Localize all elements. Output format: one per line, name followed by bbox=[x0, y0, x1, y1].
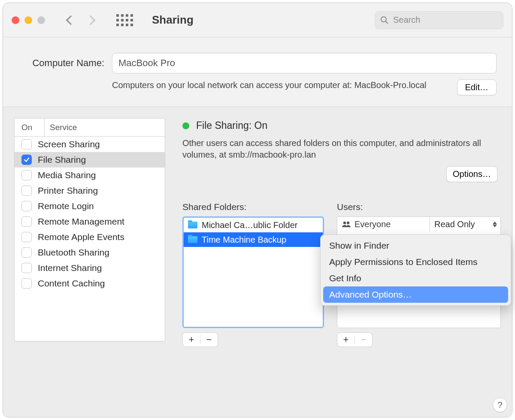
service-row[interactable]: Remote Management bbox=[15, 214, 165, 229]
shared-folder-row[interactable]: Michael Ca…ublic Folder bbox=[184, 218, 323, 232]
user-row[interactable]: EveryoneRead Only bbox=[337, 217, 500, 231]
shared-folder-name: Time Machine Backup bbox=[202, 235, 286, 245]
services-header-service: Service bbox=[45, 123, 77, 132]
service-label: Remote Login bbox=[38, 201, 94, 211]
service-label: Bluetooth Sharing bbox=[38, 247, 109, 258]
service-row[interactable]: Printer Sharing bbox=[15, 183, 165, 198]
service-label: Media Sharing bbox=[38, 170, 96, 180]
shared-folders-list[interactable]: Michael Ca…ublic FolderTime Machine Back… bbox=[182, 216, 324, 328]
services-list[interactable]: On Service Screen SharingFile SharingMed… bbox=[14, 118, 165, 341]
permission-select[interactable]: Read Only bbox=[430, 217, 500, 231]
service-checkbox[interactable] bbox=[21, 247, 32, 258]
service-label: Screen Sharing bbox=[38, 139, 100, 149]
service-checkbox[interactable] bbox=[21, 170, 32, 180]
show-all-prefs-button[interactable] bbox=[116, 14, 133, 26]
service-checkbox[interactable] bbox=[21, 201, 32, 211]
service-checkbox[interactable] bbox=[21, 232, 32, 242]
service-label: Remote Management bbox=[38, 216, 124, 227]
folder-icon bbox=[188, 222, 197, 228]
service-checkbox[interactable] bbox=[21, 216, 32, 227]
pane-title: Sharing bbox=[152, 13, 194, 27]
service-checkbox[interactable] bbox=[21, 139, 32, 149]
stepper-icon bbox=[493, 222, 497, 227]
context-menu-item[interactable]: Show in Finder bbox=[323, 237, 508, 254]
nav-buttons bbox=[67, 17, 94, 24]
service-row[interactable]: Bluetooth Sharing bbox=[15, 245, 165, 260]
service-label: Remote Apple Events bbox=[38, 232, 124, 242]
options-button[interactable]: Options… bbox=[446, 166, 497, 182]
users-label: Users: bbox=[337, 202, 501, 212]
minimize-window-button[interactable] bbox=[24, 16, 32, 24]
remove-user-button[interactable]: − bbox=[355, 333, 372, 347]
service-row[interactable]: Screen Sharing bbox=[15, 137, 165, 152]
svg-point-0 bbox=[381, 17, 386, 22]
status-description: Other users can access shared folders on… bbox=[182, 137, 500, 161]
shared-folder-name: Michael Ca…ublic Folder bbox=[202, 220, 297, 230]
service-label: Internet Sharing bbox=[38, 263, 102, 273]
service-row[interactable]: Media Sharing bbox=[15, 167, 165, 183]
folder-icon bbox=[188, 236, 197, 243]
shared-folders-add-remove: + − bbox=[182, 332, 218, 347]
service-row[interactable]: Remote Login bbox=[15, 198, 165, 214]
edit-hostname-button[interactable]: Edit… bbox=[457, 79, 497, 95]
service-checkbox[interactable] bbox=[21, 186, 32, 196]
computer-name-input[interactable] bbox=[112, 53, 497, 73]
close-window-button[interactable] bbox=[12, 16, 19, 24]
add-folder-button[interactable]: + bbox=[183, 333, 200, 347]
services-header-on: On bbox=[15, 119, 45, 136]
svg-point-2 bbox=[343, 222, 346, 224]
context-menu-item[interactable]: Get Info bbox=[323, 270, 508, 286]
service-label: Content Caching bbox=[38, 278, 105, 289]
users-add-remove: + − bbox=[337, 332, 373, 347]
service-row[interactable]: Internet Sharing bbox=[15, 260, 165, 276]
service-checkbox[interactable] bbox=[21, 155, 32, 165]
computer-name-description: Computers on your local network can acce… bbox=[112, 79, 449, 91]
services-header: On Service bbox=[15, 119, 165, 137]
service-label: File Sharing bbox=[38, 155, 86, 165]
service-row[interactable]: Content Caching bbox=[15, 276, 165, 291]
permission-value: Read Only bbox=[434, 219, 475, 229]
forward-button[interactable] bbox=[86, 15, 96, 25]
status-indicator-icon bbox=[182, 122, 189, 129]
svg-line-1 bbox=[386, 21, 388, 24]
status-title: File Sharing: On bbox=[196, 120, 267, 131]
shared-folders-label: Shared Folders: bbox=[182, 202, 324, 212]
search-field[interactable]: Search bbox=[375, 11, 503, 29]
zoom-window-button[interactable] bbox=[37, 16, 45, 24]
service-checkbox[interactable] bbox=[21, 278, 32, 289]
search-icon bbox=[380, 16, 389, 24]
service-row[interactable]: File Sharing bbox=[15, 152, 165, 167]
sharing-prefpane-window: Sharing Search Computer Name: Computers … bbox=[3, 3, 512, 417]
help-button[interactable]: ? bbox=[493, 398, 507, 412]
status-row: File Sharing: On bbox=[182, 120, 501, 131]
search-placeholder: Search bbox=[393, 15, 420, 25]
users-icon bbox=[342, 221, 351, 228]
context-menu-item[interactable]: Advanced Options… bbox=[323, 286, 508, 303]
shared-folder-row[interactable]: Time Machine Backup bbox=[184, 232, 323, 247]
computer-name-section: Computer Name: Computers on your local n… bbox=[3, 37, 512, 107]
folder-context-menu: Show in FinderApply Permissions to Enclo… bbox=[320, 234, 511, 306]
add-user-button[interactable]: + bbox=[337, 333, 354, 347]
context-menu-item[interactable]: Apply Permissions to Enclosed Items bbox=[323, 254, 508, 270]
service-checkbox[interactable] bbox=[21, 263, 32, 273]
svg-point-3 bbox=[347, 222, 349, 224]
service-row[interactable]: Remote Apple Events bbox=[15, 229, 165, 245]
computer-name-label: Computer Name: bbox=[18, 58, 104, 69]
toolbar: Sharing Search bbox=[3, 3, 512, 37]
service-label: Printer Sharing bbox=[38, 186, 98, 196]
user-name: Everyone bbox=[354, 219, 391, 229]
window-controls bbox=[12, 16, 45, 24]
remove-folder-button[interactable]: − bbox=[200, 333, 218, 347]
back-button[interactable] bbox=[66, 15, 76, 25]
